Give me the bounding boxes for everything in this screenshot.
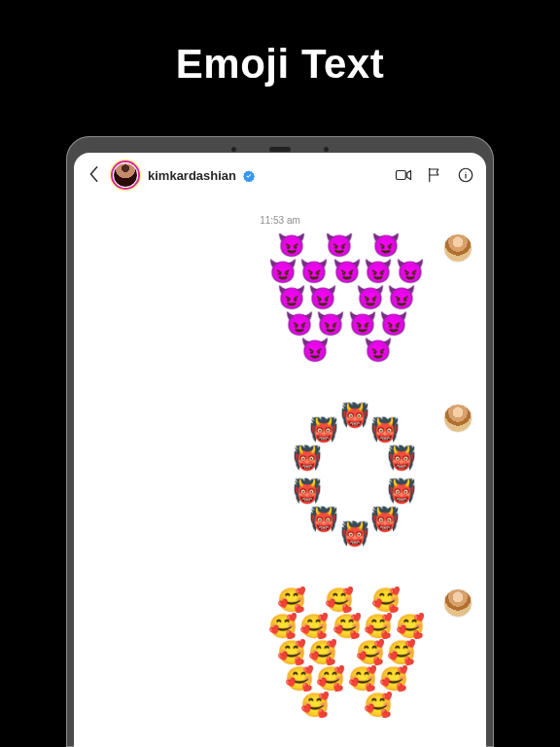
emoji-letter-w: 😈😈😈😈😈😈😈😈😈😈😈😈😈😈😈😈😈😈 xyxy=(268,233,434,360)
sender-avatar[interactable] xyxy=(443,233,472,263)
emoji-glyph: 😈 xyxy=(308,286,337,309)
emoji-glyph: 🥰 xyxy=(316,667,345,691)
svg-rect-0 xyxy=(397,171,406,180)
sender-avatar[interactable] xyxy=(443,588,472,618)
profile-avatar[interactable] xyxy=(113,162,138,188)
emoji-glyph: 👹 xyxy=(340,404,369,427)
emoji-glyph: 😈 xyxy=(300,338,330,362)
dm-header: kimkardashian xyxy=(74,153,486,197)
sender-avatar[interactable] xyxy=(443,404,472,433)
emoji-glyph: 😈 xyxy=(277,233,306,257)
svg-marker-1 xyxy=(407,171,411,180)
tablet-frame: kimkardashian 11:53 am 😈😈😈😈😈😈😈😈😈 xyxy=(66,136,494,747)
flag-icon[interactable] xyxy=(426,166,443,184)
emoji-glyph: 🥰 xyxy=(285,667,314,691)
promo-title: Emoji Text xyxy=(0,0,560,88)
device-sensors xyxy=(74,144,486,153)
emoji-glyph: 😈 xyxy=(364,338,393,362)
emoji-glyph: 👹 xyxy=(370,418,400,442)
emoji-glyph: 🥰 xyxy=(356,641,385,664)
emoji-glyph: 🥰 xyxy=(277,641,306,664)
emoji-glyph: 👹 xyxy=(293,480,322,503)
emoji-glyph: 🥰 xyxy=(396,615,425,638)
emoji-glyph: 👹 xyxy=(340,522,369,546)
emoji-message: 🥰🥰🥰🥰🥰🥰🥰🥰🥰🥰🥰🥰🥰🥰🥰🥰🥰🥰 xyxy=(268,588,472,715)
emoji-message: 😈😈😈😈😈😈😈😈😈😈😈😈😈😈😈😈😈😈 xyxy=(268,233,472,360)
emoji-glyph: 🥰 xyxy=(277,588,306,612)
emoji-glyph: 😈 xyxy=(325,233,354,257)
chat-timestamp: 11:53 am xyxy=(74,215,486,226)
screen: kimkardashian 11:53 am 😈😈😈😈😈😈😈😈😈 xyxy=(74,153,486,747)
emoji-glyph: 🥰 xyxy=(364,694,393,717)
emoji-glyph: 😈 xyxy=(299,260,329,283)
info-icon[interactable] xyxy=(457,166,474,184)
emoji-glyph: 🥰 xyxy=(299,615,329,638)
speaker-slot xyxy=(269,147,291,152)
username-row[interactable]: kimkardashian xyxy=(148,166,255,184)
emoji-glyph: 👹 xyxy=(293,446,322,470)
emoji-glyph: 🥰 xyxy=(268,615,298,638)
emoji-glyph: 😈 xyxy=(316,312,345,336)
emoji-letter-w: 🥰🥰🥰🥰🥰🥰🥰🥰🥰🥰🥰🥰🥰🥰🥰🥰🥰🥰 xyxy=(268,588,434,715)
emoji-glyph: 🥰 xyxy=(332,615,362,638)
emoji-glyph: 🥰 xyxy=(371,588,401,612)
emoji-glyph: 👹 xyxy=(370,508,400,531)
emoji-glyph: 😈 xyxy=(371,233,401,257)
verified-badge-icon xyxy=(243,170,255,182)
emoji-glyph: 🥰 xyxy=(325,588,354,612)
emoji-glyph: 😈 xyxy=(356,286,385,309)
emoji-glyph: 👹 xyxy=(387,446,416,470)
emoji-letter-o: 👹👹👹👹👹👹👹👹👹👹 xyxy=(288,404,434,550)
svg-point-3 xyxy=(465,171,466,172)
emoji-glyph: 😈 xyxy=(285,312,314,336)
emoji-glyph: 🥰 xyxy=(364,615,393,638)
emoji-glyph: 😈 xyxy=(396,260,425,283)
emoji-glyph: 🥰 xyxy=(379,667,408,691)
emoji-glyph: 👹 xyxy=(309,508,338,531)
emoji-glyph: 😈 xyxy=(348,312,377,336)
emoji-glyph: 😈 xyxy=(277,286,306,309)
sensor-dot xyxy=(324,147,329,152)
username-label: kimkardashian xyxy=(148,168,236,183)
emoji-glyph: 😈 xyxy=(379,312,408,336)
emoji-glyph: 🥰 xyxy=(348,667,377,691)
video-icon[interactable] xyxy=(395,166,412,184)
chat-body: 😈😈😈😈😈😈😈😈😈😈😈😈😈😈😈😈😈😈👹👹👹👹👹👹👹👹👹👹🥰🥰🥰🥰🥰🥰🥰🥰🥰🥰🥰🥰… xyxy=(74,233,486,747)
sensor-dot xyxy=(231,147,236,152)
emoji-glyph: 👹 xyxy=(387,480,416,503)
emoji-glyph: 🥰 xyxy=(300,694,330,717)
emoji-glyph: 🥰 xyxy=(387,641,416,664)
emoji-glyph: 👹 xyxy=(309,418,338,442)
emoji-glyph: 😈 xyxy=(364,260,393,283)
emoji-glyph: 😈 xyxy=(268,260,298,283)
back-chevron-icon[interactable] xyxy=(86,165,103,186)
emoji-glyph: 🥰 xyxy=(308,641,337,664)
emoji-message: 👹👹👹👹👹👹👹👹👹👹 xyxy=(288,404,472,550)
emoji-glyph: 😈 xyxy=(387,286,416,309)
header-actions xyxy=(395,166,474,184)
emoji-glyph: 😈 xyxy=(332,260,362,283)
